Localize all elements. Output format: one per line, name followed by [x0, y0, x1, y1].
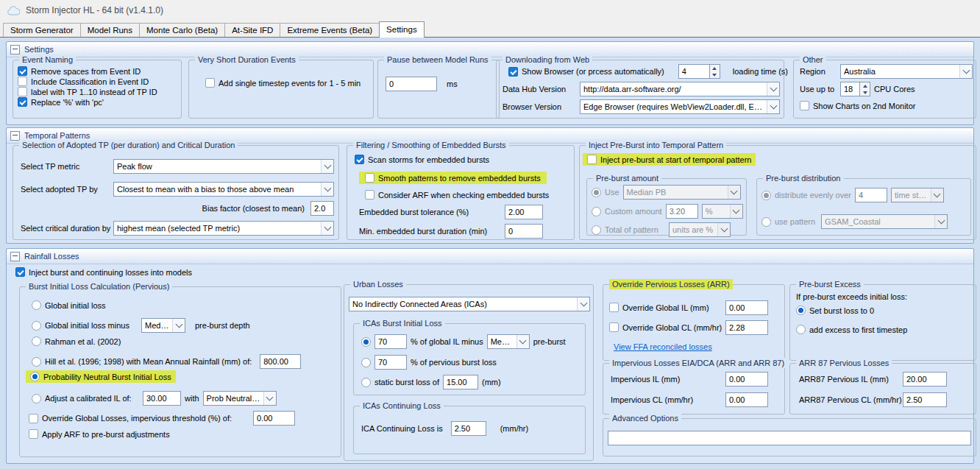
custom-amount-unit-combo[interactable]: %	[702, 204, 743, 219]
override-cl-input[interactable]	[725, 320, 768, 335]
checkbox-replace-percent[interactable]: Replace '%' with 'pc'	[18, 97, 104, 107]
spin-up-button[interactable]	[860, 82, 870, 89]
tab-settings[interactable]: Settings	[379, 21, 425, 38]
tab-storm-generator[interactable]: Storm Generator	[3, 23, 81, 37]
cpu-cores-input[interactable]	[840, 82, 859, 96]
radio-use-median-pb[interactable]: Use Median PB	[592, 185, 741, 200]
section-losses-header[interactable]: Rainfall Losses	[7, 249, 973, 264]
checkbox-show-browser[interactable]	[508, 67, 518, 77]
override-il-input[interactable]	[725, 300, 768, 315]
tab-model-runs[interactable]: Model Runs	[80, 23, 140, 37]
radio-icon[interactable]	[32, 336, 41, 346]
browser-version-combo[interactable]: Edge Browser (requires WebView2Loader.dl…	[580, 99, 780, 114]
critical-duration-combo[interactable]: highest mean (selected TP metric)	[113, 221, 334, 236]
radio-use-pattern[interactable]: use pattern GSAM_Coastal	[761, 214, 948, 229]
checkbox-smooth-patterns[interactable]: Smooth patterns to remove embedded burst…	[359, 172, 547, 184]
total-units-combo[interactable]: units are %	[669, 222, 731, 237]
checkbox-icon[interactable]	[29, 429, 38, 439]
radio-icon[interactable]	[32, 357, 41, 367]
radio-icon[interactable]	[796, 306, 806, 315]
radio-adjust-calibrated[interactable]: Adjust a calibrated IL of: with Prob Neu…	[32, 391, 277, 406]
collapse-icon[interactable]	[10, 45, 20, 54]
tolerance-input[interactable]	[505, 205, 543, 219]
use-pattern-combo[interactable]: GSAM_Coastal	[821, 214, 948, 229]
checkbox-remove-spaces[interactable]: Remove spaces from Event ID	[18, 66, 141, 76]
radio-icon[interactable]	[32, 321, 41, 331]
radio-static-burst[interactable]: static burst loss of (mm)	[361, 375, 501, 389]
radio-pervious-pct[interactable]: % of pervious burst loss	[361, 355, 497, 370]
evenly-steps-input[interactable]	[855, 188, 887, 202]
urban-losses-combo[interactable]: No Indirectly Connected Areas (ICAs)	[349, 297, 590, 311]
static-burst-input[interactable]	[443, 375, 478, 389]
bias-factor-input[interactable]	[310, 201, 334, 216]
tp-metric-combo[interactable]: Peak flow	[113, 159, 334, 174]
radio-icon[interactable]	[32, 394, 41, 403]
data-hub-combo[interactable]: http://data.arr-software.org/	[580, 82, 780, 96]
radio-global-initial-loss[interactable]: Global initial loss	[32, 300, 106, 310]
radio-icon[interactable]	[361, 378, 371, 387]
checkbox-label-with-tp[interactable]: label with TP 1..10 instead of TP ID	[18, 87, 157, 96]
checkbox-icon[interactable]	[365, 190, 374, 200]
custom-amount-input[interactable]	[666, 204, 698, 219]
radio-icon[interactable]	[796, 325, 806, 334]
checkbox-scan-storms[interactable]: Scan storms for embedded bursts	[355, 155, 489, 164]
radio-icon[interactable]	[32, 300, 41, 310]
checkbox-icon[interactable]	[609, 303, 619, 312]
impervious-cl-input[interactable]	[725, 392, 768, 407]
tab-monte-carlo[interactable]: Monte Carlo (Beta)	[139, 23, 225, 37]
loading-time-input[interactable]	[678, 64, 709, 79]
checkbox-icon[interactable]	[800, 101, 809, 110]
checkbox-show-charts[interactable]: Show Charts on 2nd Monitor	[800, 101, 915, 110]
collapse-icon[interactable]	[10, 252, 20, 261]
pause-ms-input[interactable]	[386, 77, 437, 91]
min-burst-duration-input[interactable]	[505, 224, 543, 239]
radio-add-excess[interactable]: add excess to first timestep	[796, 325, 907, 334]
spin-down-button[interactable]	[860, 89, 870, 96]
global-minus-combo[interactable]: Median	[141, 318, 185, 333]
checkbox-icon[interactable]	[18, 66, 27, 76]
checkbox-icon[interactable]	[18, 87, 27, 96]
tab-at-site-ifd[interactable]: At-Site IFD	[224, 23, 280, 37]
view-ffa-link[interactable]: View FFA reconciled losses	[614, 342, 712, 351]
radio-icon[interactable]	[361, 337, 371, 347]
hill-rainfall-input[interactable]	[260, 354, 301, 369]
radio-global-il-pct[interactable]: % of global IL minus Median pre-burst	[361, 334, 566, 349]
adjust-method-combo[interactable]: Prob Neutral BL	[203, 391, 277, 406]
checkbox-inject-preburst[interactable]: Inject pre-burst at start of temporal pa…	[583, 153, 756, 166]
spin-up-button[interactable]	[710, 65, 720, 71]
preburst-use-combo[interactable]: Median PB	[623, 185, 741, 200]
radio-icon[interactable]	[592, 207, 601, 216]
checkbox-override-global-losses[interactable]: Override Global Losses, impervious thres…	[29, 411, 295, 426]
pervious-pct-input[interactable]	[374, 355, 407, 370]
radio-global-minus[interactable]: Global initial loss minus Median pre-bur…	[32, 318, 250, 333]
radio-set-burst-zero[interactable]: Set burst loss to 0	[796, 306, 874, 315]
radio-rahman[interactable]: Rahman et al. (2002)	[32, 336, 121, 346]
collapse-icon[interactable]	[10, 131, 20, 141]
checkbox-icon[interactable]	[18, 97, 27, 107]
impervious-il-input[interactable]	[725, 372, 768, 387]
radio-total-of-pattern[interactable]: Total of pattern units are %	[592, 222, 731, 237]
radio-distribute-evenly[interactable]: distribute evenly over time steps	[761, 188, 944, 202]
region-combo[interactable]: Australia	[840, 64, 973, 79]
checkbox-consider-arf[interactable]: Consider ARF when checking embedded burs…	[365, 190, 549, 200]
radio-icon[interactable]	[592, 225, 601, 235]
checkbox-apply-arf[interactable]: Apply ARF to pre-burst adjustments	[29, 429, 170, 439]
checkbox-override-il[interactable]: Override Global IL (mm)	[609, 303, 709, 312]
radio-icon[interactable]	[592, 188, 601, 197]
checkbox-override-cl[interactable]: Override Global CL (mm/hr)	[609, 322, 722, 332]
checkbox-inject-losses[interactable]: Inject burst and continuing losses into …	[15, 267, 192, 277]
impervious-threshold-input[interactable]	[253, 411, 295, 426]
checkbox-icon[interactable]	[355, 155, 364, 164]
ica-continuing-input[interactable]	[451, 421, 486, 436]
arr87-cl-input[interactable]	[903, 392, 947, 407]
spin-down-button[interactable]	[710, 71, 720, 78]
radio-hill[interactable]: Hill et al. (1996; 1998) with Mean Annua…	[32, 354, 301, 369]
checkbox-icon[interactable]	[609, 322, 619, 332]
icas-median-combo[interactable]: Median	[487, 334, 530, 349]
radio-probability-neutral[interactable]: Probability Neutral Burst Initial Loss	[26, 370, 176, 383]
checkbox-icon[interactable]	[205, 78, 215, 88]
radio-icon[interactable]	[361, 358, 371, 367]
evenly-unit-combo[interactable]: time steps	[891, 188, 944, 202]
radio-icon[interactable]	[761, 191, 771, 200]
checkbox-icon[interactable]	[587, 155, 597, 164]
